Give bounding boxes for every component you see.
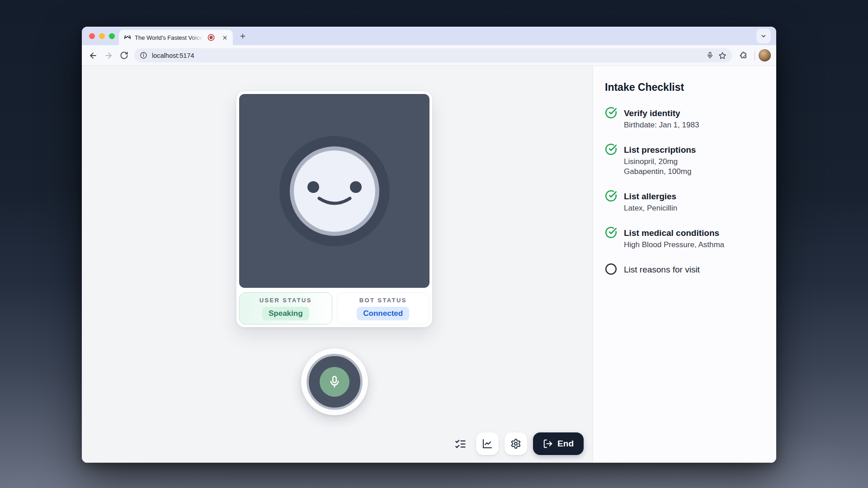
microphone-button[interactable] — [301, 348, 368, 415]
browser-window: The World's Fastest Voice — [82, 27, 776, 463]
checklist-item: List allergies Latex, Penicillin — [605, 191, 764, 213]
zoom-window-button[interactable] — [109, 33, 115, 39]
new-tab-button[interactable] — [236, 30, 249, 42]
settings-button[interactable] — [505, 432, 527, 455]
voice-search-icon[interactable] — [706, 52, 714, 59]
user-status-label: USER STATUS — [259, 297, 312, 304]
microphone-button-core — [320, 367, 349, 397]
tab-title: The World's Fastest Voice — [135, 34, 203, 41]
profile-avatar[interactable] — [759, 49, 771, 61]
browser-toolbar: localhost:5174 — [82, 45, 776, 66]
back-button[interactable] — [85, 48, 101, 63]
checklist: Verify identity Birthdate: Jan 1, 1983 L… — [605, 108, 764, 275]
microphone-icon — [328, 375, 341, 389]
metrics-button[interactable] — [476, 432, 499, 455]
page-content: USER STATUS Speaking BOT STATUS Connecte… — [82, 66, 776, 463]
tab-strip: The World's Fastest Voice — [82, 27, 776, 45]
close-window-button[interactable] — [89, 33, 95, 39]
end-call-button[interactable]: End — [533, 432, 584, 455]
checklist-item: List prescriptions Lisinopril, 20mg Gaba… — [605, 144, 764, 177]
checklist-item-label: Verify identity — [624, 108, 699, 119]
url-text[interactable]: localhost:5174 — [152, 52, 702, 59]
site-info-icon[interactable] — [140, 52, 147, 59]
gear-icon — [510, 438, 521, 449]
checklist-item-detail: High Blood Pressure, Asthma — [624, 240, 724, 250]
bot-status-badge: Connected — [357, 307, 409, 320]
log-out-icon — [543, 439, 553, 449]
checklist-title: Intake Checklist — [605, 81, 764, 94]
check-circle-icon — [605, 143, 617, 155]
checklist-item-detail: Latex, Penicillin — [624, 203, 677, 213]
intake-checklist-panel: Intake Checklist Verify identity Birthda… — [593, 66, 776, 463]
bot-face-icon — [277, 133, 392, 249]
checklist-item: Verify identity Birthdate: Jan 1, 1983 — [605, 108, 764, 130]
recording-indicator-icon — [206, 33, 216, 42]
check-circle-icon — [605, 107, 617, 119]
extensions-puzzle-icon[interactable] — [736, 48, 751, 63]
voice-bot-stage: USER STATUS Speaking BOT STATUS Connecte… — [82, 66, 593, 463]
browser-tab[interactable]: The World's Fastest Voice — [119, 30, 233, 45]
user-status-badge: Speaking — [262, 307, 309, 320]
checklist-item-detail: Birthdate: Jan 1, 1983 — [624, 120, 699, 130]
microphone-button-ring — [307, 354, 363, 410]
bot-status-card: BOT STATUS Connected — [337, 292, 430, 324]
forward-button[interactable] — [101, 48, 116, 63]
line-chart-icon — [482, 438, 493, 449]
window-controls — [89, 33, 115, 39]
call-controls: End — [450, 432, 584, 455]
bot-status-label: BOT STATUS — [359, 297, 407, 304]
empty-circle-icon — [605, 263, 617, 275]
minimize-window-button[interactable] — [99, 33, 105, 39]
checklist-item: List reasons for visit — [605, 264, 764, 275]
end-call-label: End — [557, 439, 574, 449]
address-bar[interactable]: localhost:5174 — [134, 48, 732, 62]
checklist-item-label: List medical conditions — [624, 227, 724, 239]
toolbar-divider — [755, 51, 755, 60]
tab-search-button[interactable] — [756, 29, 771, 43]
check-circle-icon — [605, 190, 617, 202]
tab-close-icon[interactable] — [220, 33, 230, 42]
bot-avatar-screen — [239, 94, 429, 288]
checklist-item-detail: Gabapentin, 100mg — [624, 167, 696, 177]
status-row: USER STATUS Speaking BOT STATUS Connecte… — [239, 292, 429, 324]
list-checks-icon — [454, 438, 467, 450]
checklist-item-label: List prescriptions — [624, 144, 696, 155]
check-circle-icon — [605, 226, 617, 239]
bookmark-star-icon[interactable] — [718, 52, 726, 60]
checklist-item-detail: Lisinopril, 20mg — [624, 157, 696, 167]
tab-favicon-icon — [124, 34, 131, 41]
checklist-item-label: List reasons for visit — [624, 264, 700, 275]
bot-card: USER STATUS Speaking BOT STATUS Connecte… — [236, 91, 432, 327]
user-status-card: USER STATUS Speaking — [239, 292, 332, 324]
checklist-item: List medical conditions High Blood Press… — [605, 227, 764, 250]
checklist-item-label: List allergies — [624, 191, 677, 202]
reload-button[interactable] — [116, 48, 132, 63]
checklist-toggle-button[interactable] — [450, 432, 470, 455]
